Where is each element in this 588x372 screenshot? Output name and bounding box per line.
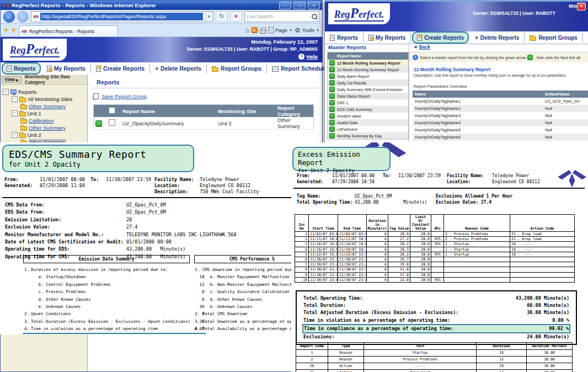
nav-my-reports[interactable]: My Reports (42, 63, 91, 73)
tree-item-unit-1[interactable]: −Unit 1 (12, 110, 87, 117)
back-button[interactable]: ← (3, 11, 15, 23)
cell: Monitor Manufacturer and Model No.: (4, 231, 126, 238)
minimize-button[interactable]: – (279, 2, 291, 9)
maximize-button[interactable]: □ (293, 2, 306, 9)
favorites-star-icon[interactable]: ★ (3, 27, 9, 33)
cell: 27.4 (126, 224, 291, 231)
green-arrow-icon[interactable]: → (328, 126, 336, 132)
cell: 11/30/07 23:30 (309, 267, 338, 272)
forward-button[interactable]: → (17, 11, 29, 23)
add-favorite-icon[interactable]: ★ (11, 27, 17, 33)
address-dropdown-icon[interactable]: ▼ (205, 12, 213, 22)
meta-value: 11/30/2007 23:59 (398, 173, 441, 178)
column-header: Report Category (275, 105, 314, 118)
cell: 4 (295, 247, 309, 252)
view-button[interactable]: View▶ (2, 76, 22, 83)
nav-report-groups[interactable]: Report Groups (207, 63, 267, 73)
collapse-icon[interactable]: − (12, 96, 18, 102)
cell: d. Other Known Causes (202, 296, 300, 303)
tree-item-other-summary[interactable]: Other Summary (20, 124, 87, 131)
tree-link[interactable]: Other Summary (29, 103, 66, 109)
table-row: →12 Month Running Summary Report (328, 66, 409, 73)
row-checkbox[interactable] (109, 119, 115, 126)
cell: b. Control Equipment Problems (30, 281, 191, 288)
tree-link[interactable]: Other Summary (29, 125, 66, 131)
cell: YES (431, 252, 444, 257)
collapse-icon[interactable]: − (12, 110, 18, 116)
green-arrow-icon[interactable]: → (328, 132, 336, 140)
collapse-icon[interactable]: − (3, 89, 9, 95)
cell: ----- (364, 363, 477, 370)
green-arrow-icon[interactable]: → (328, 113, 336, 119)
cell: 6 (367, 262, 388, 267)
nav-my-reports[interactable]: My Reports (364, 33, 411, 42)
select-all-checkbox[interactable] (109, 107, 115, 114)
print-icon[interactable] (260, 29, 266, 34)
green-arrow-icon[interactable]: → (328, 119, 336, 126)
cell: 6 (367, 257, 388, 262)
save-report-group-link[interactable]: Save Report Group (101, 93, 147, 99)
page-menu[interactable]: Page ▼ (269, 27, 292, 33)
green-arrow-icon[interactable]: → (328, 86, 336, 93)
cell: CMS Data from: (4, 201, 126, 209)
tree-link[interactable]: Calibration (29, 118, 54, 124)
help-link[interactable]: Help (306, 54, 318, 60)
search-icon[interactable] (312, 14, 317, 19)
search-input[interactable]: Live Search (247, 14, 312, 19)
nav-label: My Reports (54, 65, 85, 72)
cell: 38.3 (388, 247, 410, 252)
close-button[interactable]: × (308, 2, 320, 9)
meta-value: 07/29/2008 10:58 (332, 179, 375, 184)
divider (2, 197, 291, 198)
cell: e. Unknown Causes (202, 303, 300, 310)
back-link[interactable]: Back (419, 44, 430, 50)
table-row: 711/30/07 23:2411/30/07 23:29635.020.0 (295, 262, 575, 267)
green-arrow-icon[interactable]: → (328, 60, 336, 66)
cell: Operating time for EDS: (4, 246, 126, 253)
close-icon[interactable]: × (577, 3, 586, 10)
nav-report-groups[interactable]: Report Groups (525, 33, 583, 42)
cell: 11/22/07 15:54 (309, 252, 338, 257)
green-arrow-icon[interactable]: → (95, 120, 102, 127)
green-arrow-icon[interactable]: → (328, 79, 336, 86)
cell: Total Downtime as a percentage of ope (202, 318, 300, 325)
green-arrow-icon[interactable]: → (328, 93, 336, 99)
address-input[interactable]: http://egwsalt33/RegPerfectReports/Pages… (40, 13, 203, 20)
meta-value: 11/01/2007 00:00 (40, 177, 90, 183)
rss-feed-icon[interactable] (252, 27, 258, 33)
table-row: HourlyOrDailyTagName1U1_SO2_Ppm_1H (413, 98, 588, 105)
cell: DRF-1 (336, 99, 409, 106)
cell: Invalid Data (336, 119, 409, 126)
home-icon[interactable]: ⌂ (245, 26, 249, 34)
cell: 11/30/07 23:36 (309, 272, 338, 277)
exclusion-value: Exclusion Value: 27.4 (436, 199, 513, 205)
stop-button[interactable]: × (230, 11, 242, 22)
nav-delete-reports[interactable]: ×Delete Reports (150, 63, 207, 73)
table-row: Monitor Manufacturer and Model No.:TELED… (4, 231, 291, 238)
nav-report-schedules[interactable]: Report Schedules (583, 33, 588, 42)
tree-item-other-summary[interactable]: Other Summary (20, 103, 87, 110)
browser-tab[interactable]: RegPerfect Reports - Reports (19, 25, 118, 36)
nav-delete-reports[interactable]: ×Delete Reports (470, 33, 525, 42)
tree-item-calibration[interactable]: Calibration (20, 117, 87, 124)
cell: 7 (295, 262, 309, 267)
meta-value: Englewood CO 80112 (200, 183, 250, 188)
green-arrow-icon[interactable]: → (328, 106, 336, 113)
cell: 5 (295, 252, 309, 257)
green-arrow-icon[interactable]: → (328, 73, 336, 79)
collapse-icon[interactable]: − (12, 132, 18, 138)
address-field[interactable]: http://egwsalt33/RegPerfectReports/Pages… (31, 11, 213, 22)
nav-reports[interactable]: Reports (325, 33, 364, 42)
nav-reports[interactable]: Reports (2, 62, 41, 75)
refresh-button[interactable]: ↻ (216, 11, 228, 22)
nav-create-reports[interactable]: Create Reports (91, 63, 150, 73)
tools-menu[interactable]: ⚙ Tools ▼ (295, 26, 319, 34)
help-icon[interactable]: ? (298, 54, 304, 60)
report-name-cell[interactable]: U2_OpacityDailySummary (120, 117, 216, 130)
green-arrow-icon[interactable]: → (328, 99, 336, 106)
green-arrow-icon[interactable]: → (328, 66, 336, 73)
live-search-box[interactable]: Live Search (244, 11, 319, 22)
tree-item-reports[interactable]: −Reports (3, 88, 87, 95)
tree-item-all-monitoring-sites[interactable]: −All Monitoring Sites (12, 95, 87, 103)
tree-item-unit-2[interactable]: −Unit 2 (12, 131, 87, 139)
